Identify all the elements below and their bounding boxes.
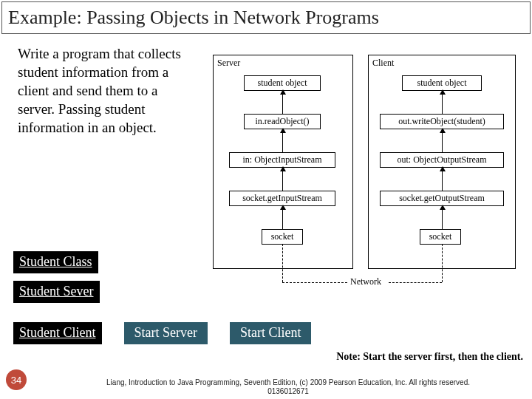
dash-line	[442, 244, 443, 282]
client-box-student-object: student object	[402, 75, 482, 91]
client-header: Client	[372, 58, 394, 69]
server-box-socket: socket	[262, 229, 303, 245]
page-number-badge: 34	[6, 369, 27, 390]
client-box-get-output: socket.getOutputStream	[380, 191, 504, 206]
link-button-stack: Student Class Student Sever	[13, 251, 100, 310]
server-header: Server	[217, 58, 240, 69]
arrow-icon	[442, 205, 443, 229]
server-box-student-object: student object	[244, 75, 321, 91]
dash-line	[282, 282, 347, 283]
server-box-get-input: socket.getInputStream	[229, 191, 335, 206]
client-box-output-stream: out: ObjectOutputStream	[380, 152, 504, 168]
network-label: Network	[350, 276, 381, 287]
arrow-icon	[282, 129, 283, 152]
left-column: Write a program that collects student in…	[18, 44, 197, 137]
description-text: Write a program that collects student in…	[18, 44, 188, 137]
footer-citation: Liang, Introduction to Java Programming,…	[89, 378, 488, 396]
action-button-row: Student Client Start Server Start Client	[13, 322, 311, 344]
server-box-input-stream: in: ObjectInputStream	[229, 152, 335, 168]
arrow-icon	[282, 205, 283, 229]
student-client-button[interactable]: Student Client	[13, 322, 102, 344]
client-box-socket: socket	[420, 229, 461, 245]
arrow-icon	[442, 129, 443, 152]
server-box-read-object: in.readObject()	[244, 114, 321, 129]
start-server-button[interactable]: Start Server	[124, 322, 208, 344]
student-class-button[interactable]: Student Class	[13, 251, 98, 273]
client-box-write-object: out.writeObject(student)	[380, 114, 504, 129]
arrow-icon	[442, 167, 443, 191]
arrow-icon	[282, 167, 283, 191]
network-diagram: Server Client student object in.readObje…	[213, 55, 517, 294]
arrow-icon	[282, 90, 283, 114]
student-server-button[interactable]: Student Sever	[13, 281, 100, 303]
dash-line	[282, 244, 283, 282]
arrow-icon	[442, 90, 443, 114]
dash-line	[389, 282, 442, 283]
slide-title: Example: Passing Objects in Network Prog…	[1, 1, 531, 34]
note-text: Note: Start the server first, then the c…	[336, 351, 523, 363]
start-client-button[interactable]: Start Client	[230, 322, 312, 344]
